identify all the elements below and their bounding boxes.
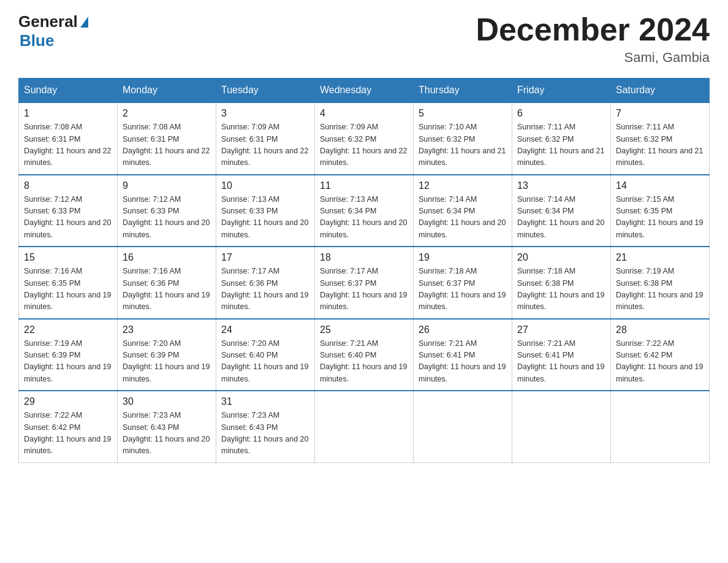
day-number: 13 (517, 180, 605, 191)
calendar-week-row: 1Sunrise: 7:08 AMSunset: 6:31 PMDaylight… (19, 102, 710, 175)
calendar-cell-day-29: 29Sunrise: 7:22 AMSunset: 6:42 PMDayligh… (19, 391, 118, 462)
day-info: Sunrise: 7:19 AMSunset: 6:38 PMDaylight:… (616, 266, 704, 313)
day-info: Sunrise: 7:22 AMSunset: 6:42 PMDaylight:… (616, 338, 704, 386)
calendar-header-row: SundayMondayTuesdayWednesdayThursdayFrid… (19, 79, 710, 103)
day-number: 25 (320, 324, 408, 335)
day-info: Sunrise: 7:15 AMSunset: 6:35 PMDaylight:… (616, 194, 704, 242)
day-number: 2 (123, 108, 211, 119)
calendar-week-row: 15Sunrise: 7:16 AMSunset: 6:35 PMDayligh… (19, 247, 710, 319)
calendar-cell-day-31: 31Sunrise: 7:23 AMSunset: 6:43 PMDayligh… (216, 391, 315, 462)
column-header-friday: Friday (512, 79, 611, 103)
day-number: 9 (123, 180, 211, 191)
day-info: Sunrise: 7:16 AMSunset: 6:35 PMDaylight:… (24, 266, 112, 313)
column-header-thursday: Thursday (414, 79, 512, 103)
day-number: 15 (24, 252, 112, 263)
calendar-cell-day-23: 23Sunrise: 7:20 AMSunset: 6:39 PMDayligh… (118, 319, 216, 391)
day-number: 8 (24, 180, 112, 191)
column-header-sunday: Sunday (19, 79, 118, 103)
title-section: December 2024 Sami, Gambia (476, 12, 710, 66)
day-info: Sunrise: 7:22 AMSunset: 6:42 PMDaylight:… (24, 410, 112, 458)
calendar-cell-empty (414, 391, 512, 462)
day-info: Sunrise: 7:17 AMSunset: 6:37 PMDaylight:… (320, 266, 408, 313)
calendar-cell-empty (611, 391, 710, 462)
day-info: Sunrise: 7:18 AMSunset: 6:38 PMDaylight:… (517, 266, 605, 313)
day-info: Sunrise: 7:20 AMSunset: 6:40 PMDaylight:… (221, 338, 309, 386)
calendar-week-row: 22Sunrise: 7:19 AMSunset: 6:39 PMDayligh… (19, 319, 710, 391)
calendar-table: SundayMondayTuesdayWednesdayThursdayFrid… (18, 78, 710, 463)
calendar-cell-empty (512, 391, 611, 462)
day-number: 24 (221, 324, 309, 335)
calendar-cell-day-8: 8Sunrise: 7:12 AMSunset: 6:33 PMDaylight… (19, 175, 118, 247)
calendar-cell-day-22: 22Sunrise: 7:19 AMSunset: 6:39 PMDayligh… (19, 319, 118, 391)
calendar-cell-day-13: 13Sunrise: 7:14 AMSunset: 6:34 PMDayligh… (512, 175, 611, 247)
day-number: 30 (123, 396, 211, 407)
day-number: 11 (320, 180, 408, 191)
calendar-cell-day-20: 20Sunrise: 7:18 AMSunset: 6:38 PMDayligh… (512, 247, 611, 319)
day-number: 17 (221, 252, 309, 263)
day-info: Sunrise: 7:21 AMSunset: 6:41 PMDaylight:… (517, 338, 605, 386)
day-number: 20 (517, 252, 605, 263)
calendar-cell-day-16: 16Sunrise: 7:16 AMSunset: 6:36 PMDayligh… (118, 247, 216, 319)
day-number: 7 (616, 108, 704, 119)
calendar-cell-day-11: 11Sunrise: 7:13 AMSunset: 6:34 PMDayligh… (315, 175, 414, 247)
column-header-wednesday: Wednesday (315, 79, 414, 103)
day-info: Sunrise: 7:19 AMSunset: 6:39 PMDaylight:… (24, 338, 112, 386)
day-info: Sunrise: 7:13 AMSunset: 6:34 PMDaylight:… (320, 194, 408, 242)
calendar-cell-day-24: 24Sunrise: 7:20 AMSunset: 6:40 PMDayligh… (216, 319, 315, 391)
calendar-cell-day-4: 4Sunrise: 7:09 AMSunset: 6:32 PMDaylight… (315, 102, 414, 175)
calendar-cell-day-6: 6Sunrise: 7:11 AMSunset: 6:32 PMDaylight… (512, 102, 611, 175)
day-number: 19 (419, 252, 507, 263)
day-number: 16 (123, 252, 211, 263)
calendar-week-row: 29Sunrise: 7:22 AMSunset: 6:42 PMDayligh… (19, 391, 710, 462)
day-number: 21 (616, 252, 704, 263)
calendar-cell-day-17: 17Sunrise: 7:17 AMSunset: 6:36 PMDayligh… (216, 247, 315, 319)
day-info: Sunrise: 7:17 AMSunset: 6:36 PMDaylight:… (221, 266, 309, 313)
day-number: 6 (517, 108, 605, 119)
day-info: Sunrise: 7:14 AMSunset: 6:34 PMDaylight:… (419, 194, 507, 242)
calendar-cell-empty (315, 391, 414, 462)
calendar-cell-day-12: 12Sunrise: 7:14 AMSunset: 6:34 PMDayligh… (414, 175, 512, 247)
day-number: 10 (221, 180, 309, 191)
calendar-cell-day-3: 3Sunrise: 7:09 AMSunset: 6:31 PMDaylight… (216, 102, 315, 175)
logo: General Blue (18, 12, 88, 50)
day-number: 1 (24, 108, 112, 119)
calendar-cell-day-5: 5Sunrise: 7:10 AMSunset: 6:32 PMDaylight… (414, 102, 512, 175)
day-number: 28 (616, 324, 704, 335)
calendar-cell-day-26: 26Sunrise: 7:21 AMSunset: 6:41 PMDayligh… (414, 319, 512, 391)
calendar-cell-day-19: 19Sunrise: 7:18 AMSunset: 6:37 PMDayligh… (414, 247, 512, 319)
day-info: Sunrise: 7:18 AMSunset: 6:37 PMDaylight:… (419, 266, 507, 313)
month-title: December 2024 (476, 12, 710, 47)
day-number: 14 (616, 180, 704, 191)
day-info: Sunrise: 7:23 AMSunset: 6:43 PMDaylight:… (123, 410, 211, 458)
calendar-cell-day-7: 7Sunrise: 7:11 AMSunset: 6:32 PMDaylight… (611, 102, 710, 175)
calendar-cell-day-28: 28Sunrise: 7:22 AMSunset: 6:42 PMDayligh… (611, 319, 710, 391)
calendar-cell-day-9: 9Sunrise: 7:12 AMSunset: 6:33 PMDaylight… (118, 175, 216, 247)
calendar-cell-day-10: 10Sunrise: 7:13 AMSunset: 6:33 PMDayligh… (216, 175, 315, 247)
day-info: Sunrise: 7:14 AMSunset: 6:34 PMDaylight:… (517, 194, 605, 242)
calendar-cell-day-27: 27Sunrise: 7:21 AMSunset: 6:41 PMDayligh… (512, 319, 611, 391)
column-header-tuesday: Tuesday (216, 79, 315, 103)
day-number: 4 (320, 108, 408, 119)
day-number: 26 (419, 324, 507, 335)
day-number: 31 (221, 396, 309, 407)
day-number: 3 (221, 108, 309, 119)
day-info: Sunrise: 7:16 AMSunset: 6:36 PMDaylight:… (123, 266, 211, 313)
calendar-week-row: 8Sunrise: 7:12 AMSunset: 6:33 PMDaylight… (19, 175, 710, 247)
calendar-cell-day-30: 30Sunrise: 7:23 AMSunset: 6:43 PMDayligh… (118, 391, 216, 462)
day-info: Sunrise: 7:20 AMSunset: 6:39 PMDaylight:… (123, 338, 211, 386)
day-info: Sunrise: 7:09 AMSunset: 6:32 PMDaylight:… (320, 121, 408, 169)
day-info: Sunrise: 7:11 AMSunset: 6:32 PMDaylight:… (616, 121, 704, 169)
day-info: Sunrise: 7:13 AMSunset: 6:33 PMDaylight:… (221, 194, 309, 242)
day-info: Sunrise: 7:11 AMSunset: 6:32 PMDaylight:… (517, 121, 605, 169)
day-info: Sunrise: 7:09 AMSunset: 6:31 PMDaylight:… (221, 121, 309, 169)
calendar-cell-day-15: 15Sunrise: 7:16 AMSunset: 6:35 PMDayligh… (19, 247, 118, 319)
calendar-cell-day-21: 21Sunrise: 7:19 AMSunset: 6:38 PMDayligh… (611, 247, 710, 319)
day-info: Sunrise: 7:08 AMSunset: 6:31 PMDaylight:… (24, 121, 112, 169)
day-info: Sunrise: 7:21 AMSunset: 6:40 PMDaylight:… (320, 338, 408, 386)
day-number: 23 (123, 324, 211, 335)
day-number: 12 (419, 180, 507, 191)
page-header: General Blue December 2024 Sami, Gambia (18, 12, 710, 66)
day-info: Sunrise: 7:08 AMSunset: 6:31 PMDaylight:… (123, 121, 211, 169)
logo-arrow-icon (80, 17, 88, 28)
calendar-cell-day-25: 25Sunrise: 7:21 AMSunset: 6:40 PMDayligh… (315, 319, 414, 391)
